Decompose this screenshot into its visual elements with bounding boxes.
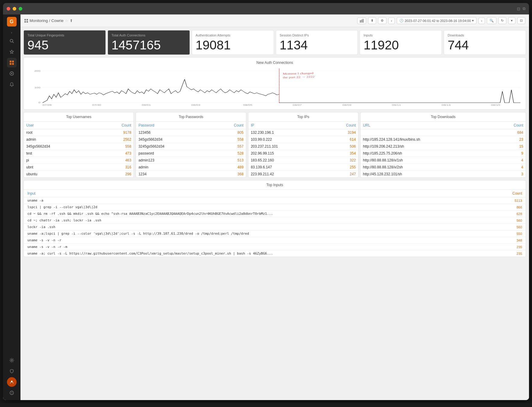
- table-row: test473: [24, 150, 134, 157]
- table-row: 132.230.196.13194: [248, 129, 358, 136]
- maximize-button[interactable]: [19, 7, 22, 11]
- cell-count: 354: [324, 150, 358, 157]
- sidebar-item-search[interactable]: [7, 36, 17, 46]
- col-url[interactable]: URL: [360, 122, 494, 129]
- svg-point-9: [11, 360, 12, 361]
- cell-password: 123456: [136, 129, 211, 136]
- col-input[interactable]: Input: [24, 190, 494, 197]
- cell-input: uname -s -v -n -r: [24, 237, 494, 244]
- chart-type-button[interactable]: [357, 17, 366, 24]
- zoom-button[interactable]: 🔍: [487, 17, 496, 24]
- breadcrumb-current: Cowrie: [51, 18, 63, 23]
- favorite-icon[interactable]: ☆: [65, 18, 68, 23]
- cell-count: 805: [211, 129, 246, 136]
- cell-count: 5113: [494, 197, 526, 204]
- stat-card-fingerprints: Total Unique Fingerprints 945: [24, 30, 106, 55]
- col-count-url[interactable]: Count: [494, 122, 526, 129]
- svg-text:Moment I changed: Moment I changed: [283, 72, 313, 76]
- top-ips-table: IP Count 132.230.196.13194103.99.0.22261…: [248, 122, 358, 177]
- settings-button[interactable]: ⚙: [378, 17, 386, 24]
- sidebar-item-settings[interactable]: [7, 355, 17, 365]
- sidebar-item-shield[interactable]: [7, 366, 17, 376]
- table-row: 103.99.0.222614: [248, 136, 358, 143]
- cell-ip: 223.99.211.42: [248, 171, 324, 178]
- nav-next[interactable]: ›: [478, 17, 485, 24]
- tables-row: Top Usernames User Count root9178admin25…: [24, 112, 526, 178]
- cell-count: 513: [211, 157, 246, 164]
- col-password[interactable]: Password: [136, 122, 211, 129]
- cell-count: 368: [211, 171, 246, 178]
- svg-rect-14: [27, 19, 28, 20]
- top-inputs-title: Top Inputs: [24, 180, 526, 190]
- stat-value-distinct-ips: 1134: [280, 39, 354, 52]
- sidebar-item-dashboard[interactable]: [7, 58, 17, 67]
- col-user[interactable]: User: [24, 122, 97, 129]
- sidebar-item-explore[interactable]: [7, 69, 17, 78]
- refresh-dropdown[interactable]: ▾: [508, 17, 515, 24]
- minimize-button[interactable]: [13, 7, 16, 11]
- svg-text:07/28: 07/28: [42, 104, 52, 106]
- svg-text:08/07: 08/07: [293, 104, 302, 106]
- table-row: root9178: [24, 129, 134, 136]
- chart-title: New Auth Connections: [27, 61, 523, 65]
- app-logo[interactable]: G: [7, 17, 17, 27]
- cell-count: 3194: [324, 129, 358, 136]
- cell-count: 15: [494, 143, 526, 150]
- cell-count: 316: [97, 164, 134, 171]
- svg-rect-5: [10, 63, 11, 65]
- breadcrumb: Monitoring / Cowrie ☆ ⬆: [24, 18, 73, 23]
- user-avatar[interactable]: [7, 377, 17, 387]
- cell-count: 558: [97, 143, 134, 150]
- top-ips-title: Top IPs: [248, 112, 358, 122]
- sidebar-item-alerts[interactable]: [7, 80, 17, 89]
- close-button[interactable]: [7, 7, 10, 11]
- cell-user: test: [24, 150, 97, 157]
- sidebar-item-starred[interactable]: [7, 47, 17, 57]
- window-icon-2[interactable]: ⧉: [523, 6, 525, 11]
- stat-label-auth-attempts: Authentication Attempts: [196, 33, 270, 37]
- cell-count: 614: [324, 136, 358, 143]
- svg-rect-13: [24, 19, 26, 20]
- top-ips-panel: Top IPs IP Count 132.230.196.13194103.99…: [248, 112, 358, 178]
- cell-ip: 183.65.22.160: [248, 157, 324, 164]
- sidebar-collapse-button[interactable]: ›: [9, 30, 14, 35]
- top-downloads-table: URL Count 684http://185.224.128.141/linu…: [360, 122, 526, 177]
- table-row: admin2562: [24, 136, 134, 143]
- share-icon[interactable]: ⬆: [70, 18, 73, 23]
- cell-ip: 83.139.6.147: [248, 164, 324, 171]
- col-count-password[interactable]: Count: [211, 122, 246, 129]
- top-passwords-table: Password Count 123456805345gs5662d345583…: [136, 122, 246, 177]
- stat-label-fingerprints: Total Unique Fingerprints: [27, 33, 102, 37]
- time-range-picker[interactable]: 🕐 2023-07-27 06:01:42 to 2023-08-16 19:0…: [397, 17, 477, 24]
- cell-password: 3245gs5662d34: [136, 143, 211, 150]
- col-count-ip[interactable]: Count: [324, 122, 358, 129]
- top-passwords-title: Top Passwords: [136, 112, 246, 122]
- svg-text:08/03: 08/03: [191, 104, 200, 106]
- col-ip[interactable]: IP: [248, 122, 324, 129]
- svg-text:08/01: 08/01: [142, 104, 151, 106]
- svg-rect-3: [10, 61, 11, 62]
- window-icon-1[interactable]: ⊡: [517, 7, 520, 11]
- sidebar-item-help[interactable]: ?: [7, 388, 17, 398]
- cell-input: uname -a;lspci | grep -i --color 'vga\|3…: [24, 230, 494, 237]
- cell-count: 235: [494, 244, 526, 250]
- app-body: G ›: [3, 14, 529, 400]
- col-count-input[interactable]: Count: [494, 190, 526, 197]
- cell-input: lockr -ia .ssh: [24, 224, 494, 230]
- nav-prev[interactable]: ‹: [388, 17, 395, 24]
- cell-count: 684: [494, 129, 526, 136]
- cell-password: password: [136, 150, 211, 157]
- cell-url: http://45.128.232.101/sh: [360, 171, 494, 178]
- cell-count: 322: [324, 157, 358, 164]
- cell-ip: 103.99.0.222: [248, 136, 324, 143]
- import-button[interactable]: ⬆: [368, 17, 376, 24]
- cell-user: pi: [24, 157, 97, 164]
- breadcrumb-home[interactable]: Monitoring: [30, 18, 48, 23]
- top-passwords-panel: Top Passwords Password Count 12345680534…: [136, 112, 246, 178]
- stat-label-inputs: Inputs: [364, 33, 438, 37]
- stat-card-downloads: Downloads 744: [444, 30, 526, 55]
- titlebar: ⊡ ⧉: [3, 3, 529, 14]
- fullscreen-button[interactable]: ⊡: [517, 17, 525, 24]
- col-count-user[interactable]: Count: [97, 122, 134, 129]
- refresh-button[interactable]: ↻: [498, 17, 506, 24]
